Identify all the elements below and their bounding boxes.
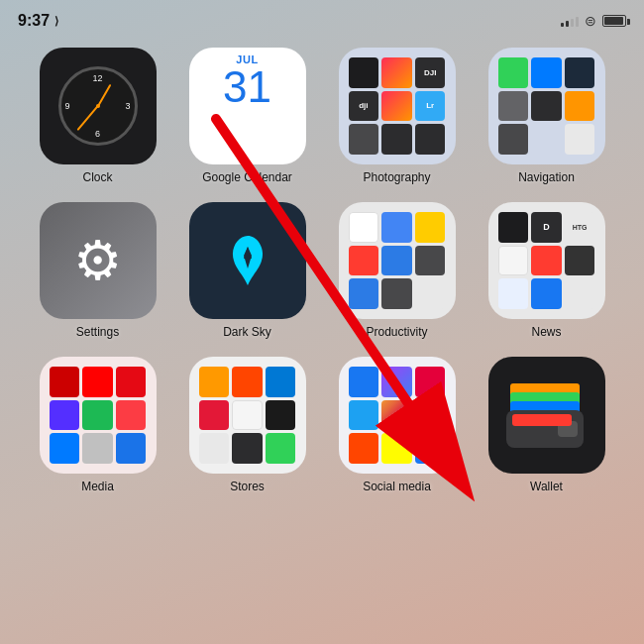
dark-sky-icon: [189, 202, 306, 319]
app-wallet[interactable]: Wallet: [477, 357, 616, 493]
app-stores[interactable]: Stores: [177, 357, 317, 493]
nav-mini-4: [498, 91, 529, 122]
photo-mini-8: [381, 124, 412, 155]
gcal-content: Jul 31: [189, 48, 306, 164]
social-mini-3: [415, 367, 446, 397]
location-icon: ⟩: [54, 15, 58, 28]
stores-mini-2: [232, 367, 263, 397]
photo-mini-4: dji: [349, 91, 379, 122]
wallet-icon-container: [488, 357, 605, 474]
app-social-media[interactable]: Social media: [327, 357, 467, 493]
media-mini-1: [50, 367, 80, 397]
darksky-logo-svg: [218, 231, 277, 290]
google-calendar-icon: Jul 31: [189, 48, 306, 164]
social-mini-7: [349, 433, 379, 464]
news-mini-6: [565, 246, 595, 276]
nav-mini-6: [565, 91, 595, 122]
clock-center-dot: [96, 104, 100, 108]
social-media-icon: [339, 357, 456, 474]
prod-mini-6: [415, 246, 446, 276]
app-productivity[interactable]: Productivity: [327, 202, 467, 339]
clock-num-3: 3: [125, 101, 130, 111]
nav-mini-2: [531, 57, 562, 88]
media-icon: [40, 357, 157, 474]
photo-mini-6: Lr: [415, 91, 446, 122]
app-grid: 12 3 6 9 Clock Jul 31 Google Calendar: [0, 38, 644, 513]
media-mini-2: [82, 367, 113, 397]
settings-icon: ⚙: [40, 202, 157, 319]
navigation-label: Navigation: [518, 170, 575, 184]
clock-minute-hand: [76, 106, 98, 131]
signal-bar-1: [561, 23, 564, 27]
svg-rect-6: [512, 414, 572, 426]
media-mini-8: [82, 433, 113, 464]
photo-mini-5: [381, 91, 412, 122]
app-dark-sky[interactable]: Dark Sky: [177, 202, 317, 339]
app-settings[interactable]: ⚙ Settings: [28, 202, 167, 339]
social-mini-2: [381, 367, 412, 397]
signal-bar-2: [566, 21, 569, 27]
signal-bar-4: [576, 17, 579, 27]
navigation-icon: [488, 48, 605, 164]
nav-mini-3: [565, 57, 595, 88]
app-google-calendar[interactable]: Jul 31 Google Calendar: [177, 48, 317, 184]
app-navigation[interactable]: Navigation: [477, 48, 616, 184]
clock-num-9: 9: [65, 101, 70, 111]
prod-mini-1: [349, 212, 379, 243]
battery-indicator: [602, 15, 626, 27]
social-mini-4: [349, 400, 379, 431]
nav-mini-5: [531, 91, 562, 122]
media-mini-4: [50, 400, 80, 431]
gcal-day: 31: [223, 65, 271, 109]
news-mini-7: [498, 278, 529, 309]
photo-mini-2: [381, 57, 412, 88]
stores-mini-5: [232, 400, 263, 431]
stores-mini-6: [266, 400, 296, 431]
stores-icon: [189, 357, 306, 474]
news-mini-5: [531, 246, 562, 276]
clock-num-12: 12: [92, 73, 102, 83]
news-grid: D HTG: [488, 202, 605, 319]
prod-mini-5: [381, 246, 412, 276]
productivity-icon: [339, 202, 456, 319]
prod-mini-4: [349, 246, 379, 276]
news-mini-1: [498, 212, 529, 243]
media-grid: [40, 357, 157, 474]
gear-icon: ⚙: [73, 229, 122, 292]
app-photography[interactable]: DJI dji Lr Photography: [327, 48, 467, 184]
photography-icon: DJI dji Lr: [339, 48, 456, 164]
social-media-label: Social media: [363, 480, 431, 493]
clock-num-6: 6: [95, 129, 100, 139]
stores-mini-7: [199, 433, 230, 464]
prod-mini-2: [381, 212, 412, 243]
prod-mini-7: [349, 278, 379, 309]
photo-mini-9: [415, 124, 446, 155]
photography-label: Photography: [363, 170, 430, 184]
app-news[interactable]: D HTG News: [477, 202, 616, 339]
nav-mini-9: [565, 124, 595, 155]
wifi-icon: ⊜: [585, 13, 596, 29]
prod-mini-9: [415, 278, 446, 309]
clock-hour-hand: [97, 84, 111, 107]
photo-mini-1: [349, 57, 379, 88]
app-clock[interactable]: 12 3 6 9 Clock: [28, 48, 167, 184]
prod-mini-8: [381, 278, 412, 309]
battery-fill: [604, 17, 623, 25]
news-label: News: [531, 325, 561, 339]
navigation-grid: [488, 48, 605, 164]
media-mini-9: [116, 433, 147, 464]
signal-strength: [561, 15, 579, 27]
status-bar: 9:37 ⟩ ⊜: [0, 0, 644, 38]
prod-mini-3: [415, 212, 446, 243]
news-icon: D HTG: [488, 202, 605, 319]
app-media[interactable]: Media: [28, 357, 167, 493]
news-mini-9: [565, 278, 595, 309]
stores-mini-4: [199, 400, 230, 431]
media-mini-5: [82, 400, 113, 431]
news-mini-8: [531, 278, 562, 309]
wallet-label: Wallet: [530, 480, 563, 493]
social-mini-1: [349, 367, 379, 397]
news-mini-3: HTG: [565, 212, 595, 243]
clock-face: 12 3 6 9: [58, 66, 138, 146]
photography-grid: DJI dji Lr: [339, 48, 456, 164]
